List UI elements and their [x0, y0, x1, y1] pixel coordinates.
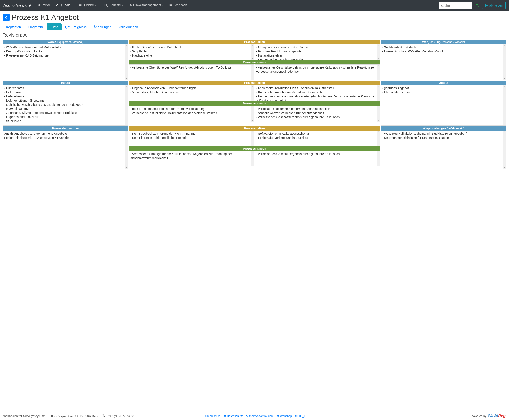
scroll-up-icon[interactable]: ⌃ — [252, 151, 253, 154]
scroll-up-icon[interactable]: ⌃ — [378, 44, 379, 48]
scroll-up-icon[interactable]: ⌃ — [378, 65, 379, 68]
nav-item-portal[interactable]: Portal — [35, 1, 52, 9]
output-body[interactable]: - geprüftes Angebot - Übersichtszeichnun… — [381, 85, 506, 126]
scroll-up-icon[interactable]: ⌃ — [378, 85, 379, 89]
scrollbar[interactable]: ⌃⌄ — [377, 106, 380, 122]
tab-diagramm[interactable]: Diagramm — [24, 23, 46, 30]
back-button[interactable] — [3, 14, 10, 21]
scrollbar[interactable]: ⌃⌄ — [377, 85, 380, 101]
scrollbar[interactable]: ⌃⌄ — [377, 65, 380, 80]
header-chances-2: Prozesschancen — [129, 101, 380, 106]
chances-2-right[interactable]: - verbesserte Dokumentation erhöht Annah… — [255, 106, 380, 122]
tab-änderungen[interactable]: Änderungen — [90, 23, 115, 30]
nav-item-q-pläne[interactable]: Q-Pläne▾ — [76, 1, 99, 9]
nav-link-q-pläne[interactable]: Q-Pläne▾ — [76, 1, 99, 8]
nav-link-portal[interactable]: Portal — [35, 1, 52, 8]
scrollbar[interactable]: ⌃⌄ — [251, 85, 254, 101]
scrollbar[interactable]: ⌃⌄ — [251, 131, 254, 146]
chances-3-left[interactable]: - Verbesserte Strategie für die Kalkulat… — [129, 151, 254, 166]
nav-link-umweltmanagement[interactable]: Umweltmanagement▾ — [127, 1, 166, 8]
womit-body[interactable]: - WaWiReg mit Kunden- und Materialdaten … — [3, 44, 128, 80]
scroll-down-icon[interactable]: ⌄ — [252, 98, 253, 101]
wie-body[interactable]: - WaWiReg Kalkulationsschema mit Stückli… — [381, 131, 506, 169]
scroll-up-icon[interactable]: ⌃ — [504, 85, 506, 89]
scroll-up-icon[interactable]: ⌃ — [126, 131, 127, 134]
scrollbar[interactable]: ⌃⌄ — [503, 44, 506, 80]
scroll-up-icon[interactable]: ⌃ — [378, 151, 379, 154]
risks-1-left[interactable]: - Fehler Datenübertragung Datenbank - Sc… — [129, 44, 254, 60]
risks-1-right[interactable]: - Mangelndes technisches Verständnis - F… — [255, 44, 380, 60]
scrollbar[interactable]: ⌃⌄ — [377, 131, 380, 146]
scroll-down-icon[interactable]: ⌄ — [504, 76, 506, 80]
mid-block-2: Prozessrisiken - Ungenaue Angaben von Ku… — [129, 81, 380, 126]
search-input[interactable] — [439, 2, 472, 9]
risks-3-right[interactable]: - Softwarefehler in Kalkulationsschema -… — [255, 131, 380, 146]
scroll-up-icon[interactable]: ⌃ — [378, 131, 379, 134]
chances-2-left[interactable]: - Idee für ein neues Produkt oder Produk… — [129, 106, 254, 122]
scroll-down-icon[interactable]: ⌄ — [252, 143, 253, 146]
scroll-down-icon[interactable]: ⌄ — [126, 76, 127, 80]
chances-1-right[interactable]: - verbessertes Geschäftsergebnis durch g… — [255, 64, 380, 80]
scroll-down-icon[interactable]: ⌄ — [252, 118, 253, 122]
scroll-down-icon[interactable]: ⌄ — [378, 143, 379, 146]
risks-2-right[interactable]: - Fehlerhafte Kalkulation führt zu Verlu… — [255, 85, 380, 101]
scroll-up-icon[interactable]: ⌃ — [252, 131, 253, 134]
nav-link-q-berichte[interactable]: Q-Berichte▾ — [100, 1, 126, 8]
scrollbar[interactable]: ⌃⌄ — [377, 151, 380, 166]
risks-3-left[interactable]: - Kein Feedback zum Grund der Nicht-Anna… — [129, 131, 254, 146]
risks-2-left[interactable]: - Ungenaue Angaben von Kundenanforderung… — [129, 85, 254, 101]
scroll-down-icon[interactable]: ⌄ — [378, 163, 379, 166]
scroll-up-icon[interactable]: ⌃ — [126, 85, 127, 89]
scrollbar[interactable]: ⌃⌄ — [377, 44, 380, 60]
tab-turtle[interactable]: Turtle — [47, 23, 62, 30]
scroll-up-icon[interactable]: ⌃ — [252, 106, 253, 109]
scrollbar[interactable]: ⌃⌄ — [503, 131, 506, 169]
scroll-up-icon[interactable]: ⌃ — [504, 131, 506, 134]
nav-item-q-berichte[interactable]: Q-Berichte▾ — [100, 1, 126, 9]
tab-kopfdaten[interactable]: Kopfdaten — [3, 23, 24, 30]
scroll-up-icon[interactable]: ⌃ — [252, 65, 253, 68]
nav-link-feedback[interactable]: Feedback — [167, 1, 189, 8]
scroll-down-icon[interactable]: ⌄ — [252, 77, 253, 80]
scrollbar[interactable]: ⌃⌄ — [125, 85, 128, 125]
nav-item-feedback[interactable]: Feedback — [167, 1, 189, 9]
scroll-down-icon[interactable]: ⌄ — [378, 77, 379, 80]
inputs-body[interactable]: - Kundendaten - Liefertermin - Lieferadr… — [3, 85, 128, 126]
nav-link-q-tools[interactable]: Q-Tools▾ — [53, 1, 75, 9]
nav-item-q-tools[interactable]: Q-Tools▾ — [53, 1, 75, 9]
scroll-down-icon[interactable]: ⌄ — [504, 165, 506, 169]
scrollbar[interactable]: ⌃⌄ — [503, 85, 506, 125]
indikatoren-body[interactable]: Anzahl Angebote vs. Angenommene Angebote… — [3, 131, 128, 169]
scroll-up-icon[interactable]: ⌃ — [378, 106, 379, 109]
scrollbar[interactable]: ⌃⌄ — [125, 131, 128, 169]
revision-label: Revision: A — [0, 30, 509, 40]
scroll-down-icon[interactable]: ⌄ — [378, 56, 379, 60]
scroll-down-icon[interactable]: ⌄ — [126, 165, 127, 169]
scroll-up-icon[interactable]: ⌃ — [504, 44, 506, 48]
scroll-up-icon[interactable]: ⌃ — [252, 44, 253, 48]
chances-3-right[interactable]: - verbessertes Geschäftsergebnis durch g… — [255, 151, 380, 166]
scroll-up-icon[interactable]: ⌃ — [126, 44, 127, 48]
scroll-down-icon[interactable]: ⌄ — [378, 118, 379, 122]
nav-item-umweltmanagement[interactable]: Umweltmanagement▾ — [127, 1, 166, 9]
scrollbar[interactable]: ⌃⌄ — [125, 44, 128, 80]
scroll-down-icon[interactable]: ⌄ — [504, 122, 506, 125]
scroll-down-icon[interactable]: ⌄ — [252, 163, 253, 166]
navbar-brand[interactable]: AuditorView 0.9 — [3, 3, 31, 8]
tab-qm-ereignisse[interactable]: QM-Ereignisse — [62, 23, 90, 30]
scrollbar[interactable]: ⌃⌄ — [251, 106, 254, 122]
scroll-down-icon[interactable]: ⌄ — [126, 122, 127, 125]
logout-button[interactable]: abmelden — [482, 2, 506, 9]
scrollbar[interactable]: ⌃⌄ — [251, 44, 254, 60]
wer-body[interactable]: - Sachbearbeiter Vertrieb - Interne Schu… — [381, 44, 506, 80]
scroll-down-icon[interactable]: ⌄ — [378, 98, 379, 101]
chances-1-left[interactable]: - verbesserte Oberfläche des WaWiReg Ang… — [129, 64, 254, 80]
scrollbar[interactable]: ⌃⌄ — [251, 65, 254, 80]
cell-indikatoren: Prozessindikatoren Anzahl Angebote vs. A… — [3, 126, 128, 169]
scrollbar[interactable]: ⌃⌄ — [251, 151, 254, 166]
tab-validierungen[interactable]: Validierungen — [115, 23, 142, 30]
nav-label: Q-Berichte — [106, 3, 121, 7]
scroll-down-icon[interactable]: ⌄ — [252, 56, 253, 60]
scroll-up-icon[interactable]: ⌃ — [252, 85, 253, 89]
search-button[interactable] — [473, 2, 481, 9]
